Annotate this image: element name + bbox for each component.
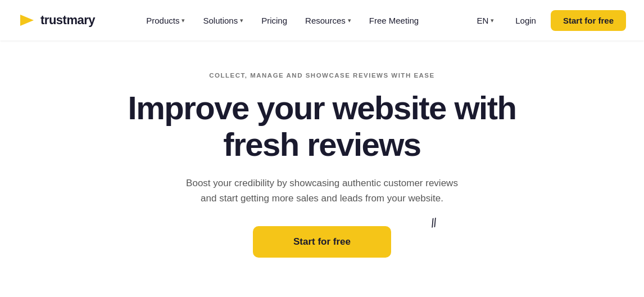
logo[interactable]: trustmary	[18, 11, 95, 29]
hero-section: COLLECT, MANAGE AND SHOWCASE REVIEWS WIT…	[80, 40, 564, 297]
solutions-chevron-icon: ▾	[240, 17, 243, 24]
nav-pricing[interactable]: Pricing	[253, 11, 295, 30]
products-chevron-icon: ▾	[182, 17, 185, 24]
hero-title: Improve your website with fresh reviews	[98, 90, 546, 163]
nav-products[interactable]: Products ▾	[138, 11, 193, 30]
nav-resources[interactable]: Resources ▾	[297, 11, 359, 30]
hero-subtitle: Boost your credibility by showcasing aut…	[182, 176, 462, 206]
hero-cta-wrap: Start for free / /	[98, 226, 546, 258]
svg-marker-0	[20, 15, 34, 26]
nav-free-meeting[interactable]: Free Meeting	[361, 11, 427, 30]
login-button[interactable]: Login	[505, 11, 546, 30]
squiggle-decoration: / /	[429, 216, 436, 231]
nav-solutions[interactable]: Solutions ▾	[195, 11, 251, 30]
navbar: trustmary Products ▾ Solutions ▾ Pricing…	[0, 0, 644, 40]
hero-cta-button[interactable]: Start for free	[253, 226, 391, 258]
nav-cta-button[interactable]: Start for free	[551, 10, 626, 31]
resources-chevron-icon: ▾	[348, 17, 351, 24]
nav-right: EN ▾ Login Start for free	[470, 10, 626, 31]
logo-text: trustmary	[40, 13, 95, 28]
language-selector[interactable]: EN ▾	[470, 11, 501, 30]
hero-eyebrow: COLLECT, MANAGE AND SHOWCASE REVIEWS WIT…	[98, 72, 546, 79]
lang-chevron-icon: ▾	[491, 17, 494, 24]
logo-icon	[18, 11, 36, 29]
nav-links: Products ▾ Solutions ▾ Pricing Resources…	[138, 11, 427, 30]
